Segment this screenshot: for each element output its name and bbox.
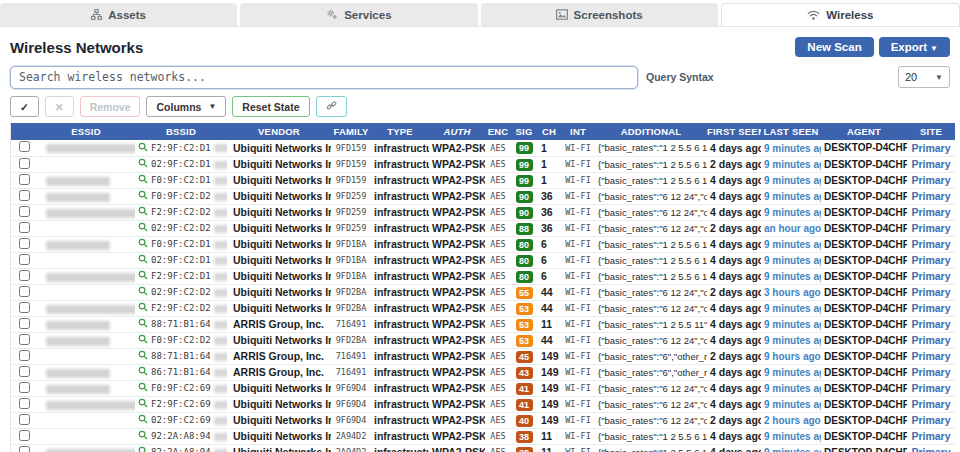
column-header-additional[interactable]: ADDITIONAL — [595, 123, 707, 140]
search-bssid-icon[interactable] — [138, 286, 148, 298]
site-link[interactable]: Primary — [911, 430, 950, 442]
last-seen-link[interactable]: 9 minutes ago — [764, 303, 821, 314]
search-bssid-icon[interactable] — [138, 222, 148, 234]
column-header-ch[interactable]: CH — [537, 123, 561, 140]
column-header-auth[interactable]: AUTH — [429, 123, 485, 140]
row-checkbox[interactable] — [19, 174, 30, 185]
row-checkbox[interactable] — [19, 222, 30, 233]
search-bssid-icon[interactable] — [138, 270, 148, 282]
row-checkbox[interactable] — [19, 206, 30, 217]
last-seen-link[interactable]: 9 minutes ago — [764, 271, 821, 282]
site-link[interactable]: Primary — [911, 414, 950, 426]
column-header-site[interactable]: SITE — [907, 123, 955, 140]
search-bssid-icon[interactable] — [138, 350, 148, 362]
site-link[interactable]: Primary — [911, 222, 950, 234]
row-checkbox[interactable] — [19, 350, 30, 361]
last-seen-link[interactable]: 9 minutes ago — [764, 335, 821, 346]
last-seen-link[interactable]: an hour ago — [764, 223, 821, 234]
column-header-sig[interactable]: SIG — [511, 123, 537, 140]
last-seen-link[interactable]: 9 minutes ago — [764, 319, 821, 330]
column-header-agent[interactable]: AGENT — [821, 123, 907, 140]
site-link[interactable]: Primary — [911, 158, 950, 170]
search-bssid-icon[interactable] — [138, 190, 148, 202]
columns-button[interactable]: Columns▼ — [146, 96, 226, 117]
row-checkbox[interactable] — [19, 302, 30, 313]
row-checkbox[interactable] — [19, 270, 30, 281]
site-link[interactable]: Primary — [911, 398, 950, 410]
query-syntax-link[interactable]: Query Syntax — [646, 71, 714, 83]
row-checkbox[interactable] — [19, 430, 30, 441]
last-seen-link[interactable]: 9 minutes ago — [764, 383, 821, 394]
site-link[interactable]: Primary — [911, 238, 950, 250]
row-checkbox[interactable] — [19, 158, 30, 169]
search-bssid-icon[interactable] — [138, 158, 148, 170]
search-bssid-icon[interactable] — [138, 446, 148, 452]
search-bssid-icon[interactable] — [138, 206, 148, 218]
site-link[interactable]: Primary — [911, 142, 950, 154]
site-link[interactable]: Primary — [911, 174, 950, 186]
last-seen-link[interactable]: 9 hours ago — [764, 351, 821, 362]
row-checkbox[interactable] — [19, 382, 30, 393]
site-link[interactable]: Primary — [911, 350, 950, 362]
last-seen-link[interactable]: 9 minutes ago — [764, 159, 821, 170]
row-checkbox[interactable] — [19, 398, 30, 409]
search-bssid-icon[interactable] — [138, 334, 148, 346]
last-seen-link[interactable]: 9 minutes ago — [764, 175, 821, 186]
site-link[interactable]: Primary — [911, 382, 950, 394]
site-link[interactable]: Primary — [911, 334, 950, 346]
search-bssid-icon[interactable] — [138, 414, 148, 426]
search-bssid-icon[interactable] — [138, 318, 148, 330]
last-seen-link[interactable]: 9 minutes ago — [764, 191, 821, 202]
export-button[interactable]: Export▼ — [879, 37, 950, 57]
reset-state-button[interactable]: Reset State — [232, 96, 309, 117]
search-bssid-icon[interactable] — [138, 142, 148, 154]
row-checkbox[interactable] — [19, 414, 30, 425]
search-bssid-icon[interactable] — [138, 238, 148, 250]
search-bssid-icon[interactable] — [138, 254, 148, 266]
column-header-family[interactable]: FAMILY — [331, 123, 371, 140]
site-link[interactable]: Primary — [911, 286, 950, 298]
column-header-vendor[interactable]: VENDOR — [227, 123, 331, 140]
tab-assets[interactable]: Assets — [0, 3, 237, 26]
search-bssid-icon[interactable] — [138, 302, 148, 314]
column-header-enc[interactable]: ENC — [485, 123, 511, 140]
last-seen-link[interactable]: 2 hours ago — [764, 415, 821, 426]
site-link[interactable]: Primary — [911, 302, 950, 314]
site-link[interactable]: Primary — [911, 366, 950, 378]
site-link[interactable]: Primary — [911, 190, 950, 202]
last-seen-link[interactable]: 9 minutes ago — [764, 255, 821, 266]
last-seen-link[interactable]: 9 minutes ago — [764, 399, 821, 410]
page-size-select[interactable]: 20 ▼ — [898, 66, 950, 88]
search-bssid-icon[interactable] — [138, 430, 148, 442]
column-header-int[interactable]: INT — [561, 123, 595, 140]
copy-link-button[interactable] — [316, 96, 347, 117]
last-seen-link[interactable]: 9 minutes ago — [764, 431, 821, 442]
tab-screenshots[interactable]: Screenshots — [481, 3, 718, 26]
column-header-first-seen[interactable]: FIRST SEEN — [707, 123, 761, 140]
column-header-last-seen[interactable]: LAST SEEN — [761, 123, 821, 140]
last-seen-link[interactable]: 3 hours ago — [764, 287, 821, 298]
row-checkbox[interactable] — [19, 190, 30, 201]
new-scan-button[interactable]: New Scan — [795, 37, 873, 57]
search-bssid-icon[interactable] — [138, 398, 148, 410]
last-seen-link[interactable]: 9 minutes ago — [764, 207, 821, 218]
site-link[interactable]: Primary — [911, 270, 950, 282]
row-checkbox[interactable] — [19, 238, 30, 249]
site-link[interactable]: Primary — [911, 318, 950, 330]
last-seen-link[interactable]: 9 minutes ago — [764, 239, 821, 250]
site-link[interactable]: Primary — [911, 254, 950, 266]
row-checkbox[interactable] — [19, 286, 30, 297]
column-header-essid[interactable]: ESSID — [37, 123, 135, 140]
tab-wireless[interactable]: Wireless — [721, 3, 960, 26]
select-all-button[interactable]: ✓ — [10, 96, 39, 117]
clear-selection-button[interactable]: ✕ — [45, 96, 74, 117]
row-checkbox[interactable] — [19, 366, 30, 377]
search-bssid-icon[interactable] — [138, 366, 148, 378]
row-checkbox[interactable] — [19, 254, 30, 265]
tab-services[interactable]: Services — [240, 3, 477, 26]
column-header-type[interactable]: TYPE — [371, 123, 429, 140]
search-bssid-icon[interactable] — [138, 174, 148, 186]
last-seen-link[interactable]: 9 minutes ago — [764, 367, 821, 378]
row-checkbox[interactable] — [19, 446, 30, 452]
search-bssid-icon[interactable] — [138, 382, 148, 394]
